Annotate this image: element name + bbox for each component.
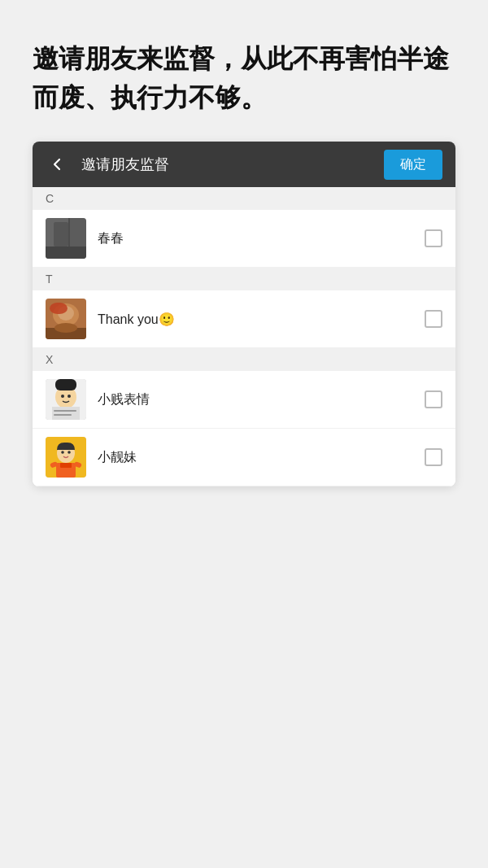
svg-point-10: [54, 323, 77, 333]
contact-name: 春春: [98, 230, 425, 247]
contact-name: 小贱表情: [98, 391, 425, 408]
svg-rect-16: [52, 407, 80, 420]
svg-point-22: [68, 451, 71, 454]
svg-rect-4: [46, 246, 86, 259]
svg-rect-24: [60, 463, 72, 468]
svg-point-15: [68, 395, 71, 398]
topbar-title: 邀请朋友监督: [81, 155, 371, 174]
avatar: [46, 218, 86, 259]
list-item[interactable]: 春春: [33, 210, 455, 268]
contact-checkbox[interactable]: [425, 390, 442, 408]
contact-checkbox[interactable]: [425, 229, 442, 247]
page-description: 邀请朋友来监督，从此不再害怕半途而废、执行力不够。: [0, 0, 488, 142]
section-header-t: T: [33, 268, 455, 290]
contact-checkbox[interactable]: [425, 448, 442, 466]
svg-rect-2: [54, 222, 68, 246]
topbar: 邀请朋友监督 确定: [33, 142, 455, 187]
svg-point-14: [61, 395, 64, 398]
list-item[interactable]: 小靓妹: [33, 429, 455, 486]
svg-rect-18: [54, 414, 72, 416]
contact-checkbox[interactable]: [425, 310, 442, 328]
avatar: [46, 437, 86, 478]
svg-rect-8: [50, 303, 68, 314]
contact-picker-card: 邀请朋友监督 确定 C 春春 T: [33, 142, 455, 486]
section-header-c: C: [33, 187, 455, 210]
list-item[interactable]: 小贱表情: [33, 371, 455, 429]
svg-rect-17: [54, 410, 76, 412]
avatar: [46, 299, 86, 339]
list-item[interactable]: Thank you🙂: [33, 290, 455, 348]
section-header-x: X: [33, 348, 455, 371]
svg-rect-13: [55, 379, 76, 390]
svg-point-21: [61, 451, 64, 454]
avatar: [46, 379, 86, 420]
back-button[interactable]: [46, 153, 68, 176]
contact-name: 小靓妹: [98, 449, 425, 466]
contact-list: C 春春 T: [33, 187, 455, 486]
confirm-button[interactable]: 确定: [384, 150, 442, 180]
contact-name: Thank you🙂: [98, 312, 425, 327]
